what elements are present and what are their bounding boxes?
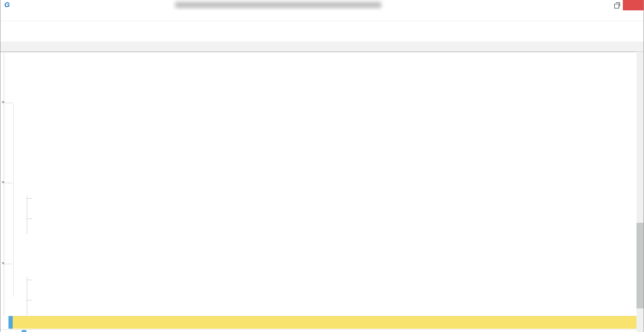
tree-guide-line: [4, 52, 4, 332]
scroll-down-icon[interactable]: [636, 324, 644, 332]
obscured-title-path: [175, 2, 381, 8]
tree-connector: [4, 183, 12, 183]
comment-event[interactable]: [0, 316, 636, 329]
event-indent-bar: [22, 330, 26, 332]
tree-connector: [27, 280, 32, 280]
restore-icon: [614, 4, 619, 8]
tree-connector: [27, 277, 27, 315]
tree-connector: [13, 102, 14, 297]
events-sheet: ▾ ▾ ▾: [0, 52, 636, 332]
gdevelop-logo-icon: G: [4, 0, 10, 8]
event-indent-bar: [8, 316, 13, 329]
tree-connector: [27, 195, 27, 234]
fold-arrow-icon[interactable]: ▾: [2, 180, 4, 185]
tree-connector: [27, 300, 32, 300]
tree-connector: [27, 198, 32, 199]
menu-bar: [0, 10, 644, 21]
restore-button[interactable]: [611, 0, 623, 10]
scrollbar-thumb[interactable]: [636, 223, 644, 308]
partial-event-row: [0, 329, 636, 332]
scroll-up-icon[interactable]: [636, 52, 644, 59]
comment-body[interactable]: [13, 316, 636, 329]
toolbar: [0, 21, 644, 41]
tree-connector: [27, 219, 32, 219]
tree-connector: [4, 103, 12, 103]
tree-connector: [4, 264, 12, 264]
fold-arrow-icon[interactable]: ▾: [2, 100, 4, 105]
vertical-scrollbar[interactable]: [636, 52, 644, 332]
title-bar: G: [0, 0, 644, 10]
fold-arrow-icon[interactable]: ▾: [2, 261, 4, 266]
tab-bar: [0, 41, 644, 52]
close-button[interactable]: [623, 0, 644, 10]
